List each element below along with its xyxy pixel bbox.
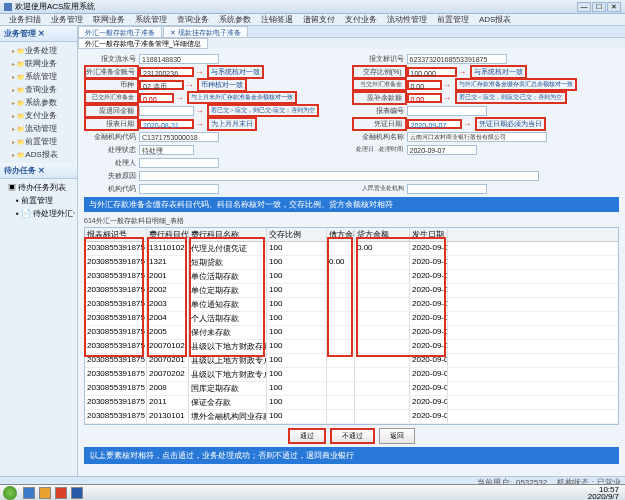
col-header: 借方余额	[327, 228, 355, 241]
fld-acctno: 231200236	[139, 67, 194, 77]
grid-body: 203085539187513110102代理兑付债凭证1000.002020-…	[85, 242, 618, 424]
fld-rptdate: 2020-08-31	[139, 119, 194, 129]
tree-item[interactable]: 流动管理	[2, 122, 75, 135]
taskbar-ie-icon[interactable]	[23, 487, 35, 499]
menu-item[interactable]: 系统参数	[214, 14, 256, 25]
menu-item[interactable]: 查询业务	[172, 14, 214, 25]
table-row[interactable]: 20308553918752004个人活期存款1002020-09-07	[85, 312, 618, 326]
lbl-currency: 币种	[84, 78, 139, 92]
tree-item[interactable]: 联网业务	[2, 57, 75, 70]
lbl-due: 当交外汇准备金	[352, 78, 407, 91]
table-row[interactable]: 20308553918752001单位活期存款1002020-09-07	[85, 270, 618, 284]
col-header: 交存比例	[267, 228, 327, 241]
fld-branch	[407, 184, 487, 194]
tree-item[interactable]: 业务处理	[2, 44, 75, 57]
fld-failreason	[139, 171, 539, 181]
lbl-flowno: 报文流水号	[84, 54, 139, 64]
tree-item[interactable]: 查询业务	[2, 83, 75, 96]
fld-ratio: 100.000	[407, 67, 457, 77]
lbl-rptno: 报表编号	[352, 106, 407, 116]
close-button[interactable]: ✕	[607, 2, 621, 12]
table-row[interactable]: 20308553918752003单位通知存款1002020-09-07	[85, 298, 618, 312]
col-header: 贷方余额	[355, 228, 410, 241]
table-row[interactable]: 203085539187520070102县级以下地方财政存款1002020-0…	[85, 340, 618, 354]
menu-item[interactable]: 业务扫描	[4, 14, 46, 25]
lbl-rptdate: 报表日期	[84, 117, 139, 131]
fld-flowno: 1188148830	[139, 54, 219, 64]
sidebar-header-2: 待办任务 ✕	[0, 163, 77, 179]
fld-due: 0.00	[407, 80, 442, 90]
tree-item[interactable]: 前置管理	[2, 135, 75, 148]
table-row[interactable]: 20308553918752011保证金存款1002020-09-07	[85, 396, 618, 410]
start-button[interactable]	[3, 486, 17, 500]
tree-item[interactable]: 系统参数	[2, 96, 75, 109]
lbl-vchdate: 凭证日期	[352, 117, 407, 131]
content: 外汇一般存款电子准备✕ 现款挂存款电子准备 外汇一般存款电子准备管理_详细信息 …	[78, 26, 625, 476]
lbl-failreason: 失败原因	[84, 171, 139, 181]
table-row[interactable]: 203085539187520070202县级以下地方财政专户存款1002020…	[85, 368, 618, 382]
fld-proctime: 2020-09-07	[407, 145, 477, 155]
col-header: 发生日期	[410, 228, 448, 241]
menu-item[interactable]: 系统管理	[130, 14, 172, 25]
menu-item[interactable]: 联网业务	[88, 14, 130, 25]
subtab-detail[interactable]: 外汇一般存款电子准备管理_详细信息	[78, 38, 208, 49]
taskbar-app-icon[interactable]	[55, 487, 67, 499]
fld-status: 待处理	[139, 145, 194, 155]
table-row[interactable]: 20308553918752002单位定期存款1002020-09-07	[85, 284, 618, 298]
note-supp: 若已交＜应交，则应交-已交；否则为空	[455, 91, 567, 104]
menu-item[interactable]: 遗留支付	[298, 14, 340, 25]
menu-item[interactable]: 注销签退	[256, 14, 298, 25]
table-row[interactable]: 20308553918751321短期贷款1000.002020-09-07	[85, 256, 618, 270]
tree-item[interactable]: 支付业务	[2, 109, 75, 122]
table-row[interactable]: 20308553918752008国库定期存款1002020-09-07	[85, 382, 618, 396]
reject-button[interactable]: 不通过	[330, 428, 375, 444]
system-clock[interactable]: 10:572020/9/7	[588, 486, 622, 500]
arrow-icon: →	[195, 67, 204, 77]
arrow-icon: →	[175, 93, 184, 103]
tree-item[interactable]: 系统管理	[2, 70, 75, 83]
back-button[interactable]: 返回	[379, 428, 415, 444]
sidebar-header-1: 业务管理 ✕	[0, 26, 77, 42]
table-row[interactable]: 203085539187520130101境外金融机构同业存款1002020-0…	[85, 410, 618, 424]
task-root[interactable]: ▣ 待办任务列表	[2, 181, 75, 194]
form-area: 报文流水号1188148830 报文标识号6233732016855339187…	[78, 49, 625, 476]
note-vchdate: 凭证日期必须为当日	[475, 117, 546, 131]
note-rptdate: 为上月月末日	[207, 117, 257, 131]
menu-item[interactable]: 前置管理	[432, 14, 474, 25]
minimize-button[interactable]: —	[577, 2, 591, 12]
taskbar: 10:572020/9/7	[0, 484, 625, 500]
task-item[interactable]: ▪ 📄 待处理外汇一般存	[2, 207, 75, 220]
approve-button[interactable]: 通过	[288, 428, 326, 444]
lbl-orgcode: 金融机构代码	[84, 132, 139, 142]
taskbar-folder-icon[interactable]	[39, 487, 51, 499]
task-item[interactable]: ▪ 前置管理	[2, 194, 75, 207]
tree-item[interactable]: ADS报表	[2, 148, 75, 161]
tabs: 外汇一般存款电子准备✕ 现款挂存款电子准备	[78, 26, 625, 38]
taskbar-word-icon[interactable]	[71, 487, 83, 499]
detail-grid: 报表标识号费行科目代码费行科目名称交存比例借方余额贷方余额发生日期 203085…	[84, 227, 619, 425]
table-row[interactable]: 20308553918752005保付未存款1002020-09-07	[85, 326, 618, 340]
maximize-button[interactable]: ☐	[592, 2, 606, 12]
menu-item[interactable]: 流动性管理	[382, 14, 432, 25]
table-row[interactable]: 203085539187513110102代理兑付债凭证1000.002020-…	[85, 242, 618, 256]
table-row[interactable]: 203085539187520070201县级以上地方财政专户存款1002020…	[85, 354, 618, 368]
lbl-instcode: 机构代码	[84, 184, 139, 194]
menu-item[interactable]: 业务管理	[46, 14, 88, 25]
lbl-handler: 处理人	[84, 158, 139, 168]
lbl-status: 处理状态	[84, 145, 139, 155]
window-title: 欢迎使用ACS应用系统	[15, 1, 95, 12]
note-paid: 与上月末外汇存款准备金余额核对一致	[187, 91, 297, 104]
lbl-msgid: 报文标识号	[352, 54, 407, 64]
nav-tree: 业务处理联网业务系统管理查询业务系统参数支付业务流动管理前置管理ADS报表	[0, 42, 77, 163]
grid-header: 报表标识号费行科目代码费行科目名称交存比例借方余额贷方余额发生日期	[85, 228, 618, 242]
menu-item[interactable]: 支付业务	[340, 14, 382, 25]
fld-msgid: 62337320168553391875	[407, 54, 507, 64]
menu-item[interactable]: ADS报表	[474, 14, 516, 25]
tab[interactable]: ✕ 现款挂存款电子准备	[163, 26, 248, 37]
lbl-acctno: 外汇准备金账号	[84, 65, 139, 79]
fld-refund	[139, 106, 194, 116]
fld-orgcode: C1371753000018	[139, 132, 219, 142]
tab[interactable]: 外汇一般存款电子准备	[78, 26, 162, 37]
note-currency: 币种核对一致	[197, 78, 247, 92]
fld-paid: 0.00	[139, 93, 174, 103]
